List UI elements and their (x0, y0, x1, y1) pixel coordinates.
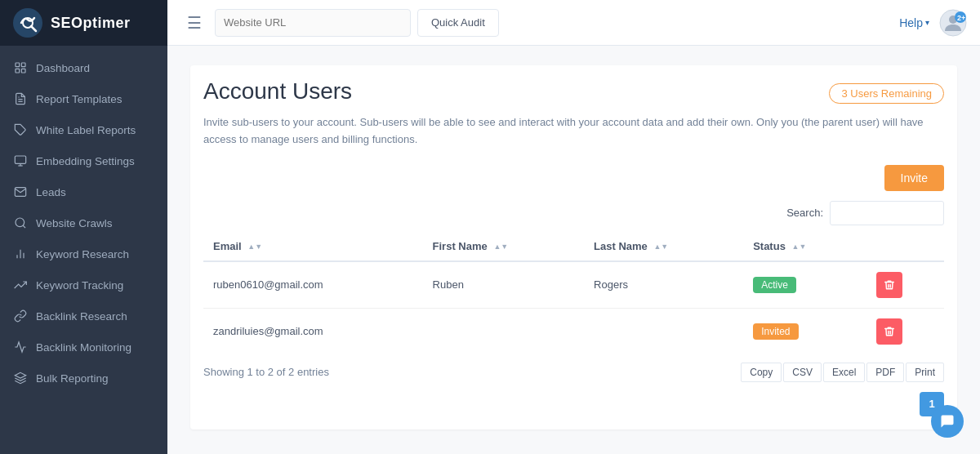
logo-text: SEOptimer (51, 15, 131, 32)
cell-last-name: Rogers (584, 261, 743, 309)
svg-point-0 (13, 8, 42, 38)
sidebar-item-embedding[interactable]: Embedding Settings (0, 145, 167, 176)
sort-icon-first-name: ▲▼ (493, 243, 508, 251)
cell-actions (866, 261, 944, 309)
sidebar-item-report-templates[interactable]: Report Templates (0, 83, 167, 114)
sidebar-item-white-label[interactable]: White Label Reports (0, 114, 167, 145)
topbar-right: Help ▾ 2+ (899, 9, 967, 37)
sidebar-item-embedding-label: Embedding Settings (36, 155, 135, 167)
sidebar-item-backlink-monitoring-label: Backlink Monitoring (36, 341, 131, 354)
sidebar-item-backlink-research-label: Backlink Research (36, 310, 127, 323)
topbar: ☰ Quick Audit Help ▾ 2+ (167, 0, 980, 46)
sidebar-item-bulk-reporting-label: Bulk Reporting (36, 372, 109, 385)
seoptimer-logo-icon (13, 8, 42, 38)
col-last-name[interactable]: Last Name ▲▼ (584, 232, 743, 261)
table-row: ruben0610@gmail.com Ruben Rogers Active (203, 261, 944, 309)
svg-marker-17 (15, 372, 25, 378)
col-status[interactable]: Status ▲▼ (743, 232, 866, 261)
col-actions (866, 232, 944, 261)
table-header: Email ▲▼ First Name ▲▼ Last Name ▲▼ St (203, 232, 944, 261)
export-csv-button[interactable]: CSV (783, 363, 822, 382)
sidebar-item-white-label-label: White Label Reports (36, 124, 136, 136)
chevron-down-icon: ▾ (925, 18, 929, 27)
page-header: Account Users 3 Users Remaining (203, 78, 944, 105)
sidebar-item-keyword-tracking[interactable]: Keyword Tracking (0, 269, 167, 300)
search-label: Search: (786, 207, 823, 219)
cell-actions (866, 308, 944, 354)
cell-status: Active (743, 261, 866, 309)
svg-rect-9 (15, 156, 25, 163)
sort-icon-status: ▲▼ (792, 243, 807, 251)
users-table: Email ▲▼ First Name ▲▼ Last Name ▲▼ St (203, 232, 944, 354)
mail-icon (13, 185, 28, 199)
export-buttons: CopyCSVExcelPDFPrint (741, 363, 944, 382)
table-footer: Showing 1 to 2 of 2 entries CopyCSVExcel… (203, 363, 944, 382)
layers-icon (13, 371, 28, 385)
url-input[interactable] (215, 9, 411, 37)
sidebar-item-website-crawls[interactable]: Website Crawls (0, 207, 167, 238)
sidebar-item-leads-label: Leads (36, 186, 66, 198)
search-icon (13, 216, 28, 230)
main-wrapper: ☰ Quick Audit Help ▾ 2+ Account Users 3 … (167, 0, 980, 454)
export-copy-button[interactable]: Copy (741, 363, 782, 382)
page-title: Account Users (203, 78, 352, 105)
bar-chart-icon (13, 247, 28, 261)
col-first-name[interactable]: First Name ▲▼ (423, 232, 585, 261)
svg-point-12 (16, 218, 24, 227)
grid-icon (13, 60, 28, 75)
cell-first-name: Ruben (423, 261, 585, 309)
search-row: Search: (203, 201, 944, 225)
status-badge: Invited (753, 323, 798, 340)
user-avatar-icon[interactable]: 2+ (939, 9, 967, 37)
svg-rect-5 (21, 69, 25, 73)
delete-user-button[interactable] (876, 272, 902, 298)
sidebar-item-backlink-monitoring[interactable]: Backlink Monitoring (0, 332, 167, 363)
content-area: Account Users 3 Users Remaining Invite s… (167, 46, 980, 454)
showing-text: Showing 1 to 2 of 2 entries (203, 366, 329, 378)
svg-rect-2 (16, 63, 20, 67)
quick-audit-button[interactable]: Quick Audit (417, 9, 499, 37)
pagination: 1 (203, 392, 944, 416)
table-row: zandriluies@gmail.com Invited (203, 308, 944, 354)
tag-icon (13, 122, 28, 137)
export-print-button[interactable]: Print (906, 363, 944, 382)
cell-status: Invited (743, 308, 866, 354)
monitor-icon (13, 154, 28, 168)
svg-rect-4 (16, 69, 20, 73)
sidebar-item-bulk-reporting[interactable]: Bulk Reporting (0, 363, 167, 394)
sidebar-item-report-templates-label: Report Templates (36, 93, 122, 105)
activity-icon (13, 340, 28, 354)
col-email[interactable]: Email ▲▼ (203, 232, 423, 261)
sidebar: SEOptimer Dashboard Report Templates Whi… (0, 0, 167, 454)
export-pdf-button[interactable]: PDF (866, 363, 904, 382)
file-text-icon (13, 91, 28, 106)
users-remaining-badge: 3 Users Remaining (829, 83, 944, 104)
table-body: ruben0610@gmail.com Ruben Rogers Active … (203, 261, 944, 354)
link-icon (13, 309, 28, 323)
sidebar-item-keyword-research[interactable]: Keyword Research (0, 238, 167, 269)
sidebar-item-dashboard[interactable]: Dashboard (0, 52, 167, 83)
export-excel-button[interactable]: Excel (823, 363, 865, 382)
sidebar-item-backlink-research[interactable]: Backlink Research (0, 300, 167, 332)
sort-icon-last-name: ▲▼ (653, 243, 668, 251)
sidebar-item-website-crawls-label: Website Crawls (36, 217, 113, 229)
invite-button[interactable]: Invite (884, 165, 944, 191)
sort-icon-email: ▲▼ (247, 243, 262, 251)
table-toolbar: Invite (203, 165, 944, 191)
help-button[interactable]: Help ▾ (899, 16, 929, 29)
hamburger-button[interactable]: ☰ (180, 10, 208, 36)
page-description: Invite sub-users to your account. Sub-us… (203, 114, 938, 149)
search-input[interactable] (830, 201, 944, 225)
svg-line-13 (23, 225, 25, 228)
chat-bubble-button[interactable] (931, 405, 964, 438)
sidebar-item-keyword-tracking-label: Keyword Tracking (36, 279, 123, 292)
sidebar-item-keyword-research-label: Keyword Research (36, 248, 129, 260)
svg-text:2+: 2+ (957, 14, 965, 22)
help-label: Help (899, 16, 923, 29)
sidebar-item-leads[interactable]: Leads (0, 176, 167, 207)
delete-user-button[interactable] (876, 318, 902, 345)
trending-up-icon (13, 278, 28, 292)
cell-last-name (584, 308, 743, 354)
svg-rect-3 (21, 63, 25, 67)
sidebar-nav: Dashboard Report Templates White Label R… (0, 46, 167, 454)
